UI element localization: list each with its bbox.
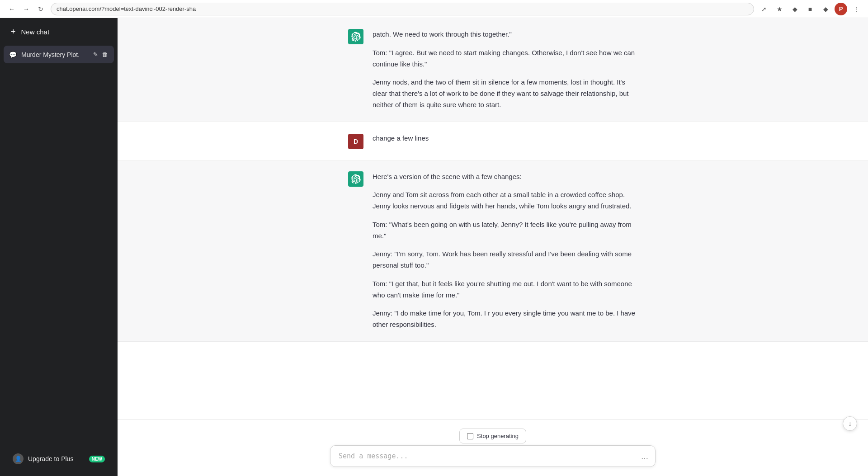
user-avatar: D	[348, 134, 363, 149]
user-message-text: change a few lines	[373, 133, 637, 144]
ai2-para-3: Tom: "What's been going on with us latel…	[373, 219, 637, 242]
stop-checkbox-icon	[467, 433, 473, 439]
ai-para-1-2: Tom: "I agree. But we need to start maki…	[373, 47, 637, 70]
input-area: Stop generating ⋯	[118, 419, 868, 476]
sidebar: + New chat 💬 Murder Mystery Plot. ✎ 🗑 👤 …	[0, 18, 118, 476]
new-chat-label: New chat	[21, 28, 50, 36]
chat-area-wrapper: patch. We need to work through this toge…	[118, 18, 868, 476]
chat-item-actions: ✎ 🗑	[92, 50, 108, 59]
chat-area: patch. We need to work through this toge…	[118, 18, 868, 476]
browser-topbar: ← → ↻ chat.openai.com/?model=text-davinc…	[0, 0, 868, 18]
edit-chat-button[interactable]: ✎	[92, 50, 99, 59]
more-options-button[interactable]: ⋯	[640, 453, 649, 463]
stop-generating-button[interactable]: Stop generating	[459, 429, 526, 443]
ai2-para-4: Jenny: "I'm sorry, Tom. Work has been re…	[373, 249, 637, 271]
new-chat-button[interactable]: + New chat	[4, 22, 114, 42]
openai-logo	[351, 32, 361, 42]
chat-item-label: Murder Mystery Plot.	[21, 51, 88, 58]
delete-chat-button[interactable]: 🗑	[101, 50, 108, 59]
message-inner-ai-1: patch. We need to work through this toge…	[330, 29, 656, 111]
new-badge: NEW	[89, 456, 105, 462]
scroll-to-bottom-button[interactable]: ↓	[843, 416, 857, 431]
ai-avatar-1	[348, 29, 363, 44]
openai-logo-2	[351, 174, 361, 184]
messages-container: patch. We need to work through this toge…	[118, 18, 868, 419]
ai2-para-6: Jenny: "I do make time for you, Tom. I r…	[373, 308, 637, 330]
sidebar-bottom: 👤 Upgrade to Plus NEW	[4, 445, 114, 472]
user-avatar-letter: D	[354, 138, 358, 145]
message-block-ai-2: Here's a version of the scene with a few…	[118, 160, 868, 342]
stop-bar: Stop generating	[127, 425, 859, 445]
reload-button[interactable]: ↻	[34, 3, 47, 15]
message-inner-ai-2: Here's a version of the scene with a few…	[330, 171, 656, 330]
topbar-icons: ➚ ★ ◆ ■ ◆ P ⋮	[758, 3, 863, 15]
input-actions: ⋯	[640, 453, 649, 463]
forward-button[interactable]: →	[20, 3, 33, 15]
main-layout: + New chat 💬 Murder Mystery Plot. ✎ 🗑 👤 …	[0, 18, 868, 476]
chat-list: 💬 Murder Mystery Plot. ✎ 🗑	[4, 46, 114, 445]
bookmark-icon[interactable]: ★	[773, 3, 786, 15]
user-icon: 👤	[13, 453, 24, 464]
menu-icon[interactable]: ⋮	[850, 3, 863, 15]
upgrade-to-plus-button[interactable]: 👤 Upgrade to Plus NEW	[7, 449, 110, 469]
share-icon[interactable]: ➚	[758, 3, 770, 15]
plus-icon: +	[11, 27, 16, 37]
ai-para-1-1: patch. We need to work through this toge…	[373, 29, 637, 40]
ai2-para-2: Jenny and Tom sit across from each other…	[373, 189, 637, 212]
extensions-icon[interactable]: ◆	[788, 3, 801, 15]
chat-item-murder-mystery[interactable]: 💬 Murder Mystery Plot. ✎ 🗑	[4, 46, 114, 63]
nav-buttons: ← → ↻	[5, 3, 47, 15]
message-block-ai-1: patch. We need to work through this toge…	[118, 18, 868, 122]
ai2-para-1: Here's a version of the scene with a few…	[373, 171, 637, 183]
puzzle-icon[interactable]: ■	[804, 3, 816, 15]
address-bar[interactable]: chat.openai.com/?model=text-davinci-002-…	[51, 3, 754, 15]
back-button[interactable]: ←	[5, 3, 18, 15]
extension2-icon[interactable]: ◆	[819, 3, 832, 15]
message-content-user: change a few lines	[373, 133, 637, 149]
message-content-ai-1: patch. We need to work through this toge…	[373, 29, 637, 111]
url-text: chat.openai.com/?model=text-davinci-002-…	[57, 5, 196, 12]
ai-avatar-2	[348, 171, 363, 187]
ai2-para-5: Tom: "I get that, but it feels like you'…	[373, 278, 637, 301]
stop-generating-label: Stop generating	[477, 433, 519, 439]
upgrade-label: Upgrade to Plus	[28, 455, 73, 462]
message-inner-user: D change a few lines	[330, 133, 656, 149]
profile-avatar[interactable]: P	[835, 3, 847, 15]
message-input[interactable]	[330, 445, 656, 467]
input-container: ⋯	[330, 445, 656, 469]
chat-icon: 💬	[9, 51, 17, 58]
message-content-ai-2: Here's a version of the scene with a few…	[373, 171, 637, 330]
ai-para-1-3: Jenny nods, and the two of them sit in s…	[373, 77, 637, 110]
message-block-user: D change a few lines	[118, 122, 868, 160]
